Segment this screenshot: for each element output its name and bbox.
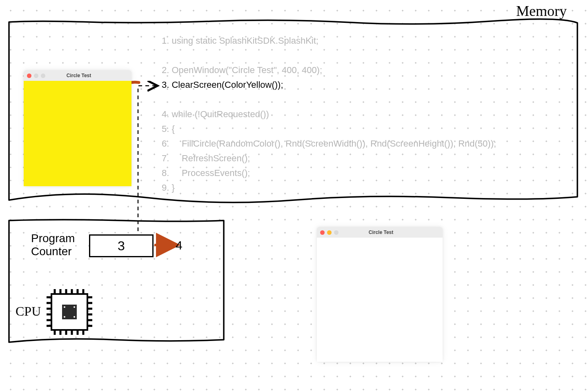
code-line bbox=[162, 48, 496, 63]
traffic-light-close-icon bbox=[320, 230, 325, 235]
program-counter-box: 3 bbox=[89, 234, 154, 257]
program-window: Circle Test bbox=[24, 70, 131, 186]
program-window-title: Circle Test bbox=[48, 73, 110, 78]
traffic-light-min-icon bbox=[34, 74, 38, 78]
traffic-light-close-icon bbox=[27, 74, 31, 78]
output-window: Circle Test bbox=[317, 227, 443, 362]
cpu-label: CPU bbox=[16, 304, 41, 319]
svg-point-3 bbox=[74, 306, 75, 308]
code-line bbox=[162, 92, 496, 107]
code-line: 3. ClearScreen(ColorYellow()); bbox=[162, 78, 496, 92]
traffic-light-zoom-icon bbox=[41, 74, 45, 78]
traffic-light-min-icon bbox=[327, 230, 332, 235]
program-window-canvas-yellow bbox=[24, 81, 131, 186]
code-line: 9. } bbox=[162, 180, 496, 195]
output-window-titlebar: Circle Test bbox=[317, 227, 443, 238]
code-line: 4. while (!QuitRequested()) bbox=[162, 107, 496, 122]
code-line: 7. RefreshScreen(); bbox=[162, 151, 496, 166]
code-line: 8. ProcessEvents(); bbox=[162, 166, 496, 180]
traffic-light-zoom-icon bbox=[334, 230, 339, 235]
code-line: 1. using static SplashKitSDK.SplashKit; bbox=[162, 33, 496, 48]
pc-label-line2: Counter bbox=[31, 245, 75, 258]
code-line: 5. { bbox=[162, 122, 496, 136]
code-line: 6. FillCircle(RandomColor(), Rnd(ScreenW… bbox=[162, 136, 496, 151]
output-window-title: Circle Test bbox=[341, 229, 421, 235]
pc-label-line1: Program bbox=[31, 232, 75, 245]
code-line: 2. OpenWindow("Circle Test", 400, 400); bbox=[162, 63, 496, 78]
svg-point-4 bbox=[64, 316, 65, 318]
program-window-titlebar: Circle Test bbox=[24, 70, 131, 81]
svg-point-5 bbox=[74, 316, 75, 318]
output-window-canvas bbox=[317, 238, 443, 362]
pc-to-code-dashed-arrow bbox=[138, 86, 158, 238]
pc-label: Program Counter bbox=[31, 232, 75, 258]
svg-point-2 bbox=[64, 306, 65, 308]
cpu-chip-icon bbox=[47, 289, 92, 335]
program-counter-next: 4 bbox=[176, 238, 183, 252]
code-listing: 1. using static SplashKitSDK.SplashKit; … bbox=[162, 33, 496, 195]
memory-label: Memory bbox=[516, 2, 567, 20]
program-counter-value: 3 bbox=[118, 238, 125, 254]
